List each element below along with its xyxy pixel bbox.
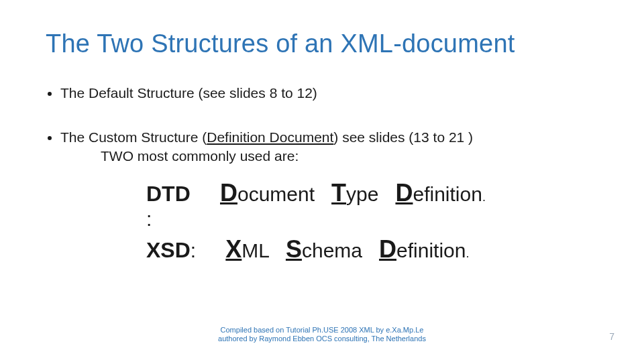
page-number: 7 (609, 331, 614, 342)
bullet-2-sub: TWO most commonly used are: (101, 148, 598, 164)
dtd-row: DTD : Document Type Definition. (146, 179, 598, 231)
slide-title: The Two Structures of an XML-document (46, 29, 598, 58)
bullet-2-underline: Definition Document (207, 129, 333, 145)
bullet-1: The Default Structure (see slides 8 to 1… (60, 85, 598, 101)
bullet-list: The Default Structure (see slides 8 to 1… (46, 85, 598, 164)
xsd-acronym: XSD: (146, 238, 220, 263)
bullet-2-pre: The Custom Structure ( (60, 129, 207, 145)
definitions-block: DTD : Document Type Definition. XSD: XML… (146, 179, 598, 263)
bullet-2-post: ) see slides (13 to 21 ) (333, 129, 473, 145)
xsd-expansion: XML Schema Definition. (220, 235, 469, 263)
footer-credit: Compiled based on Tutorial Ph.USE 2008 X… (0, 326, 644, 343)
footer-line-2: authored by Raymond Ebben OCS consulting… (0, 335, 644, 343)
bullet-2: The Custom Structure (Definition Documen… (60, 129, 598, 164)
dtd-acronym: DTD : (146, 182, 220, 231)
xsd-row: XSD: XML Schema Definition. (146, 235, 598, 263)
dtd-expansion: Document Type Definition. (220, 179, 486, 207)
footer-line-1: Compiled based on Tutorial Ph.USE 2008 X… (0, 326, 644, 335)
bullet-1-text: The Default Structure (see slides 8 to 1… (60, 85, 317, 101)
